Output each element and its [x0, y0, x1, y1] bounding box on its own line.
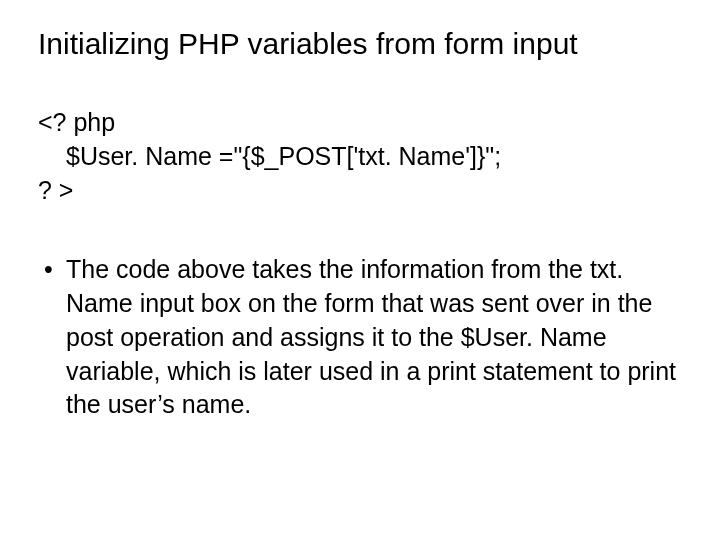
code-line-close: ? > — [38, 174, 682, 208]
code-line-assignment: $User. Name ="{$_POST['txt. Name']}"; — [38, 140, 682, 174]
bullet-marker: • — [38, 253, 66, 287]
slide: Initializing PHP variables from form inp… — [0, 0, 720, 540]
bullet-text: The code above takes the information fro… — [66, 253, 682, 422]
bullet-item: • The code above takes the information f… — [38, 253, 682, 422]
slide-title: Initializing PHP variables from form inp… — [38, 26, 682, 62]
code-line-open: <? php — [38, 106, 682, 140]
code-block: <? php $User. Name ="{$_POST['txt. Name'… — [38, 106, 682, 207]
